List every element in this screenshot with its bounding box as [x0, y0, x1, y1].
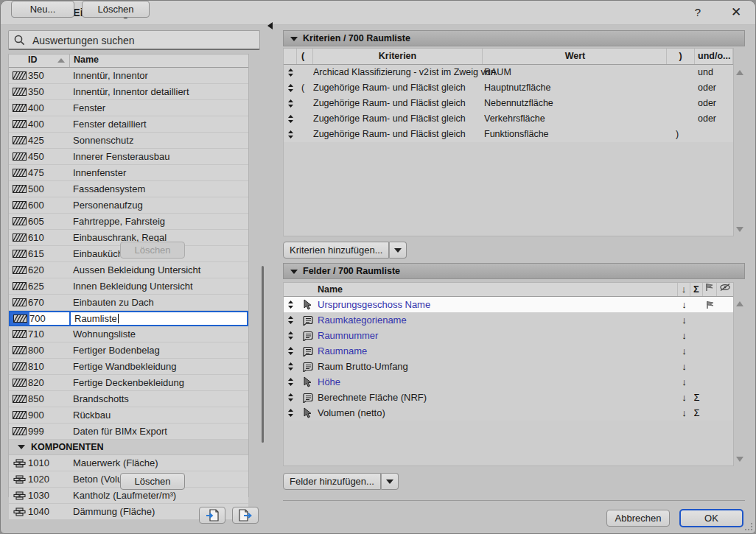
search-input[interactable]	[31, 32, 255, 49]
delete-criteria-button[interactable]: Löschen	[120, 242, 185, 259]
ok-button[interactable]: OK	[679, 509, 743, 527]
delete-field-button[interactable]: Löschen	[120, 473, 185, 490]
drag-handle-icon[interactable]	[284, 127, 297, 142]
help-button[interactable]: ?	[687, 4, 708, 21]
scroll-down-icon[interactable]	[736, 227, 743, 232]
list-item[interactable]: 850Brandschotts	[9, 391, 248, 407]
list-item[interactable]: 810Fertige Wandbekleidung	[9, 359, 248, 375]
list-item[interactable]: 710Wohnungsliste	[9, 326, 248, 342]
list-item[interactable]: 900Rückbau	[9, 407, 248, 424]
fields-table-header: Name ↓ Σ	[284, 283, 733, 297]
id-column-header[interactable]: ID	[28, 55, 69, 67]
list-item-id: 400	[28, 119, 69, 130]
sum-icon[interactable]: Σ	[690, 405, 703, 421]
scroll-up-icon[interactable]	[736, 301, 743, 306]
list-item-id: 610	[28, 232, 69, 243]
icon-column-header	[297, 283, 318, 296]
flag-icon[interactable]	[703, 301, 717, 309]
criteria-row[interactable]: (Zugehörige Raum- und Flächennut...ist g…	[284, 80, 733, 96]
criteria-row[interactable]: Zugehörige Raum- und Flächennut...ist gl…	[284, 96, 733, 111]
list-item[interactable]: 500Fassadensystem	[9, 181, 248, 197]
resize-grip[interactable]	[743, 521, 752, 530]
criteria-row[interactable]: Zugehörige Raum- und Flächennut...ist gl…	[284, 127, 733, 142]
list-item-id: 475	[28, 167, 69, 178]
drag-handle-icon[interactable]	[284, 111, 297, 127]
field-row[interactable]: Volumen (netto)↓Σ	[284, 405, 733, 421]
drag-handle-icon[interactable]	[284, 331, 297, 340]
sum-icon: Σ	[690, 283, 703, 296]
add-criteria-dropdown[interactable]	[389, 242, 407, 259]
criteria-value: Hauptnutzfläche	[483, 80, 667, 96]
add-fields-button[interactable]: Felder hinzufügen...	[283, 473, 381, 490]
criteria-section-header[interactable]: Kriterien / 700 Raumliste	[283, 30, 745, 46]
left-list-scrollbar-thumb[interactable]	[262, 266, 264, 443]
criteria-name: Zugehörige Raum- und Flächennut...	[313, 127, 430, 142]
list-item[interactable]: 1030Kantholz (Laufmeter/m³)	[9, 488, 248, 504]
list-item[interactable]: 400Fenster detailliert	[9, 116, 248, 133]
sort-down-icon[interactable]: ↓	[678, 343, 690, 359]
list-item[interactable]: 400Fenster	[9, 100, 248, 116]
list-item[interactable]: 999Daten für BIMx Export	[9, 424, 248, 440]
drag-handle-icon[interactable]	[284, 301, 297, 309]
sort-down-icon[interactable]: ↓	[678, 312, 690, 328]
list-item[interactable]: 450Innerer Fensterausbau	[9, 149, 248, 165]
sort-down-icon[interactable]: ↓	[678, 297, 690, 312]
list-item[interactable]: 475Innenfenster	[9, 165, 248, 181]
list-item-editing[interactable]: 700Raumliste	[9, 311, 248, 326]
drag-handle-icon[interactable]	[284, 80, 297, 96]
drag-handle-icon[interactable]	[284, 347, 297, 355]
sort-down-icon[interactable]: ↓	[678, 405, 690, 421]
list-item[interactable]: 1010Mauerwerk (Fläche)	[9, 455, 248, 471]
list-item[interactable]: 350Innentür, Innentor detailliert	[9, 84, 248, 100]
field-row[interactable]: Raumnummer↓	[284, 328, 733, 343]
field-row[interactable]: Raumkategoriename↓	[284, 312, 733, 328]
add-fields-dropdown[interactable]	[381, 473, 399, 490]
sort-down-icon[interactable]: ↓	[678, 374, 690, 390]
panel-collapse-icon[interactable]	[267, 22, 273, 29]
list-item[interactable]: 625Innen Bekleidung Untersicht	[9, 278, 248, 295]
close-icon[interactable]: ✕	[726, 4, 746, 21]
sort-down-icon[interactable]: ↓	[678, 359, 690, 374]
sort-down-icon[interactable]: ↓	[678, 390, 690, 405]
field-row[interactable]: Berechnete Fläche (NRF)↓Σ	[284, 390, 733, 405]
drag-handle-icon[interactable]	[284, 316, 297, 324]
export-schema-button[interactable]	[232, 507, 259, 524]
sort-down-icon[interactable]: ↓	[678, 328, 690, 343]
field-row[interactable]: Höhe↓	[284, 374, 733, 390]
import-schema-button[interactable]	[199, 507, 225, 524]
criteria-row[interactable]: Zugehörige Raum- und Flächennut...ist gl…	[284, 111, 733, 127]
scroll-down-icon[interactable]	[736, 457, 743, 462]
criteria-row[interactable]: Archicad Klassifizierung - v2.0ist im Zw…	[284, 65, 733, 80]
delete-schema-button[interactable]: Löschen	[82, 1, 150, 18]
criteria-open-paren	[297, 96, 313, 111]
name-column-header[interactable]: Name	[69, 55, 248, 67]
list-item[interactable]: 425Sonnenschutz	[9, 133, 248, 149]
komponenten-section-row[interactable]: KOMPONENTEN	[9, 440, 248, 455]
criteria-operator: ist gleich	[430, 127, 483, 142]
list-item[interactable]: 350Innentür, Innentor	[9, 68, 248, 84]
add-criteria-button[interactable]: Kriterien hinzufügen...	[283, 242, 389, 259]
drag-handle-icon[interactable]	[284, 362, 297, 370]
search-icon	[14, 35, 25, 46]
field-row[interactable]: Raum Brutto-Umfang↓	[284, 359, 733, 374]
list-item[interactable]: 800Fertiger Bodenbelag	[9, 342, 248, 359]
drag-handle-icon[interactable]	[284, 393, 297, 401]
drag-handle-icon[interactable]	[284, 65, 297, 80]
drag-handle-icon[interactable]	[284, 409, 297, 417]
fields-section-header[interactable]: Felder / 700 Raumliste	[283, 263, 745, 279]
list-item[interactable]: 670Einbauten zu Dach	[9, 295, 248, 311]
sort-down-icon: ↓	[678, 283, 690, 296]
list-item[interactable]: 600Personenaufzug	[9, 197, 248, 214]
scroll-up-icon[interactable]	[736, 70, 743, 75]
drag-handle-icon[interactable]	[284, 378, 297, 386]
list-item[interactable]: 620Aussen Bekleidung Untersicht	[9, 262, 248, 278]
edit-field-filler[interactable]	[119, 312, 247, 325]
cancel-button[interactable]: Abbrechen	[606, 510, 670, 527]
new-button[interactable]: Neu...	[11, 1, 74, 18]
sum-icon[interactable]: Σ	[690, 390, 703, 405]
list-item[interactable]: 605Fahrtreppe, Fahrsteig	[9, 214, 248, 230]
drag-handle-icon[interactable]	[284, 96, 297, 111]
field-row[interactable]: Raumname↓	[284, 343, 733, 359]
field-row-selected[interactable]: Ursprungsgeschoss Name↓	[284, 297, 733, 312]
list-item[interactable]: 820Fertige Deckenbekleidung	[9, 375, 248, 391]
